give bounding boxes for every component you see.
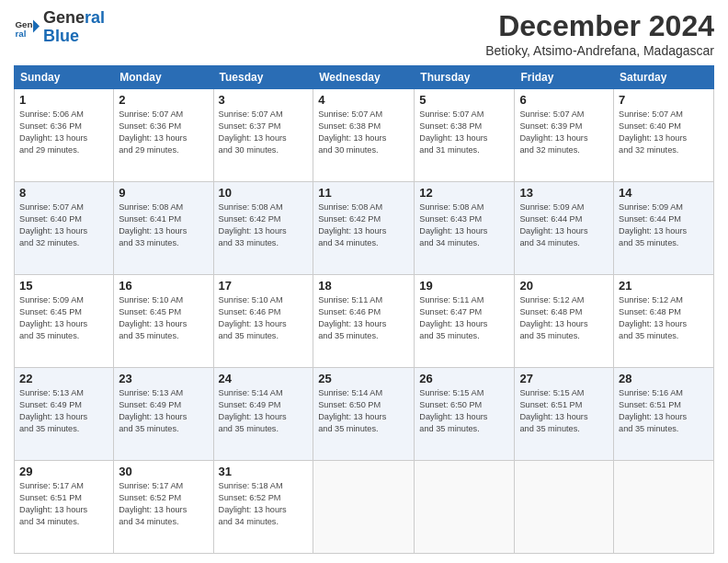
day-info: Sunrise: 5:18 AMSunset: 6:52 PMDaylight:… — [219, 480, 309, 528]
header: Gene ral General Blue December 2024 Beti… — [14, 9, 714, 58]
day-number: 30 — [119, 465, 208, 478]
logo-text: General — [43, 9, 105, 28]
page: Gene ral General Blue December 2024 Beti… — [0, 0, 728, 563]
day-number: 5 — [419, 93, 509, 107]
calendar-cell: 16Sunrise: 5:10 AMSunset: 6:45 PMDayligh… — [114, 275, 213, 368]
day-number: 20 — [519, 279, 609, 293]
calendar-cell: 18Sunrise: 5:11 AMSunset: 6:46 PMDayligh… — [313, 275, 415, 368]
day-info: Sunrise: 5:07 AMSunset: 6:39 PMDaylight:… — [519, 109, 609, 156]
day-info: Sunrise: 5:07 AMSunset: 6:40 PMDaylight:… — [19, 201, 108, 249]
calendar-week-1: 1Sunrise: 5:06 AMSunset: 6:36 PMDaylight… — [15, 89, 714, 182]
calendar-cell: 11Sunrise: 5:08 AMSunset: 6:42 PMDayligh… — [313, 182, 415, 275]
calendar-table: Sunday Monday Tuesday Wednesday Thursday… — [14, 65, 714, 554]
day-number: 11 — [318, 186, 409, 200]
logo-text2: Blue — [43, 28, 105, 46]
day-number: 18 — [318, 279, 409, 293]
day-info: Sunrise: 5:11 AMSunset: 6:46 PMDaylight:… — [318, 294, 409, 342]
day-number: 24 — [219, 372, 309, 385]
calendar-cell: 17Sunrise: 5:10 AMSunset: 6:46 PMDayligh… — [213, 275, 313, 368]
calendar-cell: 25Sunrise: 5:14 AMSunset: 6:50 PMDayligh… — [313, 368, 415, 461]
day-number: 16 — [119, 279, 208, 293]
day-info: Sunrise: 5:09 AMSunset: 6:44 PMDaylight:… — [619, 201, 709, 249]
day-number: 23 — [119, 372, 208, 385]
day-info: Sunrise: 5:13 AMSunset: 6:49 PMDaylight:… — [19, 387, 108, 435]
calendar-cell: 13Sunrise: 5:09 AMSunset: 6:44 PMDayligh… — [515, 182, 614, 275]
day-number: 6 — [519, 93, 609, 107]
calendar-week-5: 29Sunrise: 5:17 AMSunset: 6:51 PMDayligh… — [15, 461, 714, 554]
day-info: Sunrise: 5:09 AMSunset: 6:45 PMDaylight:… — [19, 294, 108, 342]
calendar-cell — [614, 461, 714, 554]
day-info: Sunrise: 5:13 AMSunset: 6:49 PMDaylight:… — [119, 387, 208, 435]
logo: Gene ral General Blue — [14, 9, 105, 46]
day-info: Sunrise: 5:14 AMSunset: 6:50 PMDaylight:… — [318, 387, 409, 435]
col-monday: Monday — [114, 66, 213, 89]
day-info: Sunrise: 5:16 AMSunset: 6:51 PMDaylight:… — [619, 387, 709, 435]
calendar-cell: 7Sunrise: 5:07 AMSunset: 6:40 PMDaylight… — [614, 89, 714, 182]
day-number: 29 — [19, 465, 108, 478]
day-number: 1 — [19, 93, 108, 107]
calendar-cell: 30Sunrise: 5:17 AMSunset: 6:52 PMDayligh… — [114, 461, 213, 554]
calendar-cell: 27Sunrise: 5:15 AMSunset: 6:51 PMDayligh… — [515, 368, 614, 461]
col-saturday: Saturday — [614, 66, 714, 89]
day-number: 13 — [519, 186, 609, 200]
calendar-cell: 10Sunrise: 5:08 AMSunset: 6:42 PMDayligh… — [213, 182, 313, 275]
calendar-cell — [313, 461, 415, 554]
col-friday: Friday — [515, 66, 614, 89]
calendar-cell: 26Sunrise: 5:15 AMSunset: 6:50 PMDayligh… — [415, 368, 515, 461]
day-number: 3 — [219, 93, 309, 107]
calendar-cell: 22Sunrise: 5:13 AMSunset: 6:49 PMDayligh… — [15, 368, 114, 461]
calendar-cell: 9Sunrise: 5:08 AMSunset: 6:41 PMDaylight… — [114, 182, 213, 275]
day-info: Sunrise: 5:08 AMSunset: 6:41 PMDaylight:… — [119, 201, 208, 249]
day-number: 19 — [419, 279, 509, 293]
day-number: 25 — [318, 372, 409, 385]
calendar-cell: 5Sunrise: 5:07 AMSunset: 6:38 PMDaylight… — [415, 89, 515, 182]
day-info: Sunrise: 5:10 AMSunset: 6:45 PMDaylight:… — [119, 294, 208, 342]
day-info: Sunrise: 5:17 AMSunset: 6:51 PMDaylight:… — [19, 480, 108, 528]
calendar-cell: 29Sunrise: 5:17 AMSunset: 6:51 PMDayligh… — [15, 461, 114, 554]
day-info: Sunrise: 5:10 AMSunset: 6:46 PMDaylight:… — [219, 294, 309, 342]
day-info: Sunrise: 5:07 AMSunset: 6:40 PMDaylight:… — [619, 109, 709, 156]
col-wednesday: Wednesday — [313, 66, 415, 89]
day-number: 28 — [619, 372, 709, 385]
svg-text:ral: ral — [15, 29, 26, 39]
subtitle: Betioky, Atsimo-Andrefana, Madagascar — [485, 43, 714, 58]
col-thursday: Thursday — [415, 66, 515, 89]
calendar-cell — [515, 461, 614, 554]
calendar-week-3: 15Sunrise: 5:09 AMSunset: 6:45 PMDayligh… — [15, 275, 714, 368]
day-number: 14 — [619, 186, 709, 200]
calendar-header-row: Sunday Monday Tuesday Wednesday Thursday… — [15, 66, 714, 89]
day-info: Sunrise: 5:08 AMSunset: 6:42 PMDaylight:… — [318, 201, 409, 249]
day-number: 15 — [19, 279, 108, 293]
day-info: Sunrise: 5:07 AMSunset: 6:37 PMDaylight:… — [219, 109, 309, 156]
logo-icon: Gene ral — [14, 15, 40, 40]
day-info: Sunrise: 5:12 AMSunset: 6:48 PMDaylight:… — [519, 294, 609, 342]
calendar-cell: 8Sunrise: 5:07 AMSunset: 6:40 PMDaylight… — [15, 182, 114, 275]
day-info: Sunrise: 5:07 AMSunset: 6:36 PMDaylight:… — [119, 109, 208, 156]
day-info: Sunrise: 5:07 AMSunset: 6:38 PMDaylight:… — [318, 109, 409, 156]
main-title: December 2024 — [485, 9, 714, 43]
day-info: Sunrise: 5:11 AMSunset: 6:47 PMDaylight:… — [419, 294, 509, 342]
calendar-cell: 31Sunrise: 5:18 AMSunset: 6:52 PMDayligh… — [213, 461, 313, 554]
day-number: 31 — [219, 465, 309, 478]
day-number: 7 — [619, 93, 709, 107]
day-info: Sunrise: 5:14 AMSunset: 6:49 PMDaylight:… — [219, 387, 309, 435]
calendar-cell: 23Sunrise: 5:13 AMSunset: 6:49 PMDayligh… — [114, 368, 213, 461]
calendar-cell: 19Sunrise: 5:11 AMSunset: 6:47 PMDayligh… — [415, 275, 515, 368]
title-block: December 2024 Betioky, Atsimo-Andrefana,… — [485, 9, 714, 58]
day-info: Sunrise: 5:08 AMSunset: 6:42 PMDaylight:… — [219, 201, 309, 249]
day-info: Sunrise: 5:09 AMSunset: 6:44 PMDaylight:… — [519, 201, 609, 249]
day-info: Sunrise: 5:15 AMSunset: 6:50 PMDaylight:… — [419, 387, 509, 435]
day-number: 21 — [619, 279, 709, 293]
col-tuesday: Tuesday — [213, 66, 313, 89]
day-info: Sunrise: 5:15 AMSunset: 6:51 PMDaylight:… — [519, 387, 609, 435]
calendar-cell: 20Sunrise: 5:12 AMSunset: 6:48 PMDayligh… — [515, 275, 614, 368]
day-info: Sunrise: 5:08 AMSunset: 6:43 PMDaylight:… — [419, 201, 509, 249]
day-number: 8 — [19, 186, 108, 200]
calendar-cell: 28Sunrise: 5:16 AMSunset: 6:51 PMDayligh… — [614, 368, 714, 461]
day-number: 9 — [119, 186, 208, 200]
calendar-week-2: 8Sunrise: 5:07 AMSunset: 6:40 PMDaylight… — [15, 182, 714, 275]
calendar-cell: 14Sunrise: 5:09 AMSunset: 6:44 PMDayligh… — [614, 182, 714, 275]
day-info: Sunrise: 5:12 AMSunset: 6:48 PMDaylight:… — [619, 294, 709, 342]
day-info: Sunrise: 5:07 AMSunset: 6:38 PMDaylight:… — [419, 109, 509, 156]
col-sunday: Sunday — [15, 66, 114, 89]
